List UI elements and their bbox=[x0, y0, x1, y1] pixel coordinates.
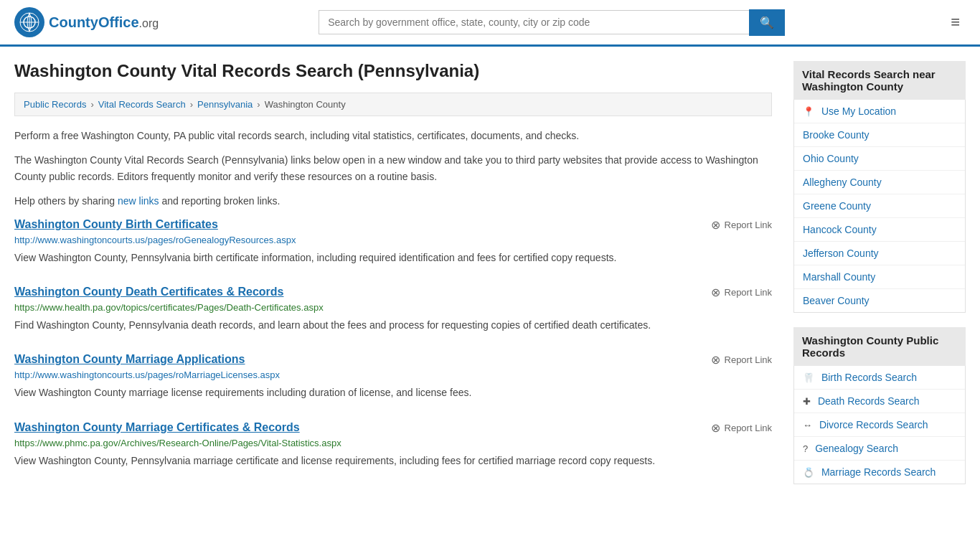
marshall-county-link[interactable]: Marshall County bbox=[803, 271, 875, 283]
divorce-records-link[interactable]: Divorce Records Search bbox=[819, 419, 928, 430]
header: CountyOffice.org 🔍 ≡ bbox=[0, 0, 980, 47]
result-header-2: Washington County Death Certificates & R… bbox=[14, 286, 772, 299]
nearby-county-3[interactable]: Allegheny County bbox=[794, 171, 965, 194]
report-label-2: Report Link bbox=[725, 287, 772, 298]
report-icon-3: ⊗ bbox=[711, 353, 720, 367]
main-layout: Washington County Vital Records Search (… bbox=[0, 47, 980, 513]
public-records-section-header: Washington County Public Records bbox=[793, 327, 966, 366]
result-desc-4: View Washington County, Pennsylvania mar… bbox=[14, 453, 772, 468]
result-header-4: Washington County Marriage Certificates … bbox=[14, 421, 772, 435]
report-label-4: Report Link bbox=[725, 423, 772, 433]
result-item-2: Washington County Death Certificates & R… bbox=[14, 286, 772, 333]
logo-area[interactable]: CountyOffice.org bbox=[14, 7, 159, 37]
nearby-county-2[interactable]: Ohio County bbox=[794, 147, 965, 171]
logo-icon bbox=[14, 7, 44, 37]
result-url-2[interactable]: https://www.health.pa.gov/topics/certifi… bbox=[14, 302, 772, 313]
breadcrumb-public-records[interactable]: Public Records bbox=[24, 99, 86, 110]
result-desc-2: Find Washington County, Pennsylvania dea… bbox=[14, 317, 772, 333]
result-title-1[interactable]: Washington County Birth Certificates bbox=[14, 218, 218, 231]
nearby-county-8[interactable]: Beaver County bbox=[794, 289, 965, 312]
nearby-county-7[interactable]: Marshall County bbox=[794, 265, 965, 289]
breadcrumb-pennsylvania[interactable]: Pennsylvania bbox=[197, 99, 253, 110]
description-3-post: and reporting broken links. bbox=[159, 195, 281, 207]
result-header-1: Washington County Birth Certificates ⊗ R… bbox=[14, 218, 772, 232]
use-my-location-link[interactable]: Use My Location bbox=[821, 105, 896, 117]
nearby-county-4[interactable]: Greene County bbox=[794, 194, 965, 218]
use-my-location-item[interactable]: 📍 Use My Location bbox=[794, 100, 965, 123]
breadcrumb-sep-3: › bbox=[257, 99, 260, 110]
report-label-1: Report Link bbox=[725, 220, 772, 230]
main-content: Washington County Vital Records Search (… bbox=[14, 61, 772, 499]
search-input[interactable] bbox=[319, 10, 749, 34]
report-label-3: Report Link bbox=[725, 354, 772, 365]
marriage-records-link[interactable]: Marriage Records Search bbox=[821, 466, 936, 478]
result-title-4[interactable]: Washington County Marriage Certificates … bbox=[14, 421, 300, 434]
search-icon: 🔍 bbox=[760, 17, 774, 29]
nearby-section-header: Vital Records Search near Washington Cou… bbox=[793, 61, 966, 100]
report-link-btn-4[interactable]: ⊗ Report Link bbox=[711, 421, 772, 435]
birth-records-link[interactable]: Birth Records Search bbox=[821, 372, 917, 383]
description-2: The Washington County Vital Records Sear… bbox=[14, 152, 772, 184]
breadcrumb-vital-records[interactable]: Vital Records Search bbox=[98, 99, 186, 110]
marriage-icon: 💍 bbox=[803, 467, 814, 478]
greene-county-link[interactable]: Greene County bbox=[803, 200, 871, 212]
nearby-counties-list: 📍 Use My Location Brooke County Ohio Cou… bbox=[793, 100, 966, 313]
page-title: Washington County Vital Records Search (… bbox=[14, 61, 772, 81]
description-1: Perform a free Washington County, PA pub… bbox=[14, 128, 772, 143]
genealogy-link[interactable]: Genealogy Search bbox=[815, 443, 898, 454]
beaver-county-link[interactable]: Beaver County bbox=[803, 295, 870, 306]
sidebar: Vital Records Search near Washington Cou… bbox=[793, 61, 966, 499]
results-list: Washington County Birth Certificates ⊗ R… bbox=[14, 218, 772, 469]
birth-records-item[interactable]: 🦷 Birth Records Search bbox=[794, 366, 965, 390]
breadcrumb-current: Washington County bbox=[265, 99, 346, 110]
jefferson-county-link[interactable]: Jefferson County bbox=[803, 248, 879, 259]
report-link-btn-3[interactable]: ⊗ Report Link bbox=[711, 353, 772, 367]
public-records-list: 🦷 Birth Records Search ✚ Death Records S… bbox=[793, 366, 966, 484]
result-desc-1: View Washington County, Pennsylvania bir… bbox=[14, 250, 772, 265]
divorce-icon: ↔ bbox=[803, 420, 812, 430]
result-url-4[interactable]: https://www.phmc.pa.gov/Archives/Researc… bbox=[14, 438, 772, 448]
genealogy-icon: ? bbox=[803, 443, 808, 454]
report-link-btn-2[interactable]: ⊗ Report Link bbox=[711, 286, 772, 299]
brooke-county-link[interactable]: Brooke County bbox=[803, 129, 870, 141]
logo-text: CountyOffice.org bbox=[49, 14, 159, 31]
nearby-county-5[interactable]: Hancock County bbox=[794, 218, 965, 242]
result-url-1[interactable]: http://www.washingtoncourts.us/pages/roG… bbox=[14, 235, 772, 245]
logo-suffix: .org bbox=[139, 17, 159, 29]
hancock-county-link[interactable]: Hancock County bbox=[803, 224, 877, 235]
result-item-4: Washington County Marriage Certificates … bbox=[14, 421, 772, 468]
report-icon-4: ⊗ bbox=[711, 421, 720, 435]
location-icon: 📍 bbox=[803, 106, 814, 117]
result-title-2[interactable]: Washington County Death Certificates & R… bbox=[14, 286, 283, 298]
nearby-section: Vital Records Search near Washington Cou… bbox=[793, 61, 966, 313]
divorce-records-item[interactable]: ↔ Divorce Records Search bbox=[794, 413, 965, 437]
marriage-records-item[interactable]: 💍 Marriage Records Search bbox=[794, 461, 965, 484]
hamburger-icon: ≡ bbox=[951, 13, 960, 31]
breadcrumb-sep-2: › bbox=[190, 99, 193, 110]
menu-button[interactable]: ≡ bbox=[945, 10, 966, 34]
nearby-county-1[interactable]: Brooke County bbox=[794, 123, 965, 147]
result-url-3[interactable]: http://www.washingtoncourts.us/pages/roM… bbox=[14, 369, 772, 380]
public-records-section: Washington County Public Records 🦷 Birth… bbox=[793, 327, 966, 484]
breadcrumb-sep-1: › bbox=[90, 99, 93, 110]
death-icon: ✚ bbox=[803, 396, 811, 407]
report-link-btn-1[interactable]: ⊗ Report Link bbox=[711, 218, 772, 232]
result-header-3: Washington County Marriage Applications … bbox=[14, 353, 772, 367]
breadcrumb: Public Records › Vital Records Search › … bbox=[14, 93, 772, 116]
search-button[interactable]: 🔍 bbox=[749, 9, 785, 36]
nearby-county-6[interactable]: Jefferson County bbox=[794, 242, 965, 265]
search-area: 🔍 bbox=[319, 9, 785, 36]
result-item-1: Washington County Birth Certificates ⊗ R… bbox=[14, 218, 772, 265]
ohio-county-link[interactable]: Ohio County bbox=[803, 153, 859, 164]
result-desc-3: View Washington County marriage license … bbox=[14, 385, 772, 400]
death-records-link[interactable]: Death Records Search bbox=[818, 395, 920, 407]
death-records-item[interactable]: ✚ Death Records Search bbox=[794, 390, 965, 413]
result-title-3[interactable]: Washington County Marriage Applications bbox=[14, 353, 245, 366]
description-3-pre: Help others by sharing bbox=[14, 195, 118, 207]
genealogy-item[interactable]: ? Genealogy Search bbox=[794, 437, 965, 461]
report-icon-2: ⊗ bbox=[711, 286, 720, 299]
description-3: Help others by sharing new links and rep… bbox=[14, 193, 772, 209]
result-item-3: Washington County Marriage Applications … bbox=[14, 353, 772, 400]
allegheny-county-link[interactable]: Allegheny County bbox=[803, 176, 882, 188]
new-links-link[interactable]: new links bbox=[118, 195, 159, 207]
